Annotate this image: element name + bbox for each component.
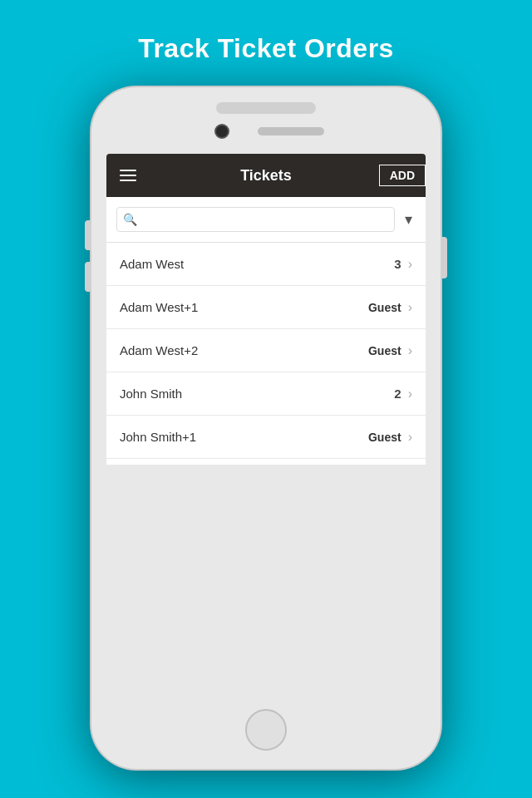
phone-device: Tickets ADD 🔍 ▾ Adam West3›Adam West+1Gu… — [91, 87, 441, 769]
ticket-chevron-icon: › — [408, 387, 412, 401]
page-title: Track Ticket Orders — [0, 0, 532, 64]
filter-chevron-icon[interactable]: ▾ — [401, 207, 416, 232]
ticket-item[interactable]: Adam West+2Guest› — [106, 329, 426, 372]
ticket-chevron-icon: › — [408, 430, 412, 445]
search-icon: 🔍 — [123, 213, 137, 226]
ticket-chevron-icon: › — [408, 343, 412, 358]
phone-camera — [214, 124, 229, 139]
search-input[interactable] — [116, 207, 395, 232]
phone-speaker — [258, 127, 324, 135]
ticket-name: Adam West+1 — [120, 300, 368, 314]
volume-down-button — [85, 262, 91, 292]
ticket-item[interactable]: Adam West+1Guest› — [106, 286, 426, 329]
home-button[interactable] — [245, 709, 287, 751]
phone-top-bar — [216, 102, 316, 114]
power-button — [441, 237, 447, 278]
ticket-chevron-icon: › — [408, 300, 412, 315]
menu-icon[interactable] — [106, 170, 150, 181]
ticket-list: Adam West3›Adam West+1Guest›Adam West+2G… — [106, 243, 426, 465]
ticket-item[interactable]: John Smith+1Guest› — [106, 416, 426, 459]
ticket-name: Adam West+2 — [120, 343, 368, 357]
search-input-wrapper: 🔍 — [116, 207, 395, 232]
ticket-item[interactable]: John Smith2› — [106, 372, 426, 416]
app-container: Tickets ADD 🔍 ▾ Adam West3›Adam West+1Gu… — [106, 154, 426, 686]
ticket-name: John Smith+1 — [120, 430, 368, 444]
ticket-name: Adam West — [120, 257, 394, 271]
ticket-name: John Smith — [120, 387, 394, 401]
ticket-chevron-icon: › — [408, 257, 412, 272]
ticket-badge: 2 — [394, 387, 401, 401]
phone-screen: Tickets ADD 🔍 ▾ Adam West3›Adam West+1Gu… — [106, 154, 426, 686]
nav-bar: Tickets ADD — [106, 154, 426, 197]
add-button[interactable]: ADD — [379, 165, 426, 186]
volume-up-button — [85, 220, 91, 250]
ticket-badge: Guest — [368, 301, 401, 314]
phone-shell: Tickets ADD 🔍 ▾ Adam West3›Adam West+1Gu… — [91, 87, 441, 769]
ticket-badge: 3 — [394, 257, 401, 271]
empty-area — [106, 465, 426, 687]
search-area: 🔍 ▾ — [106, 197, 426, 243]
ticket-badge: Guest — [368, 431, 401, 444]
ticket-item[interactable]: Adam West3› — [106, 243, 426, 286]
nav-title: Tickets — [240, 167, 292, 185]
ticket-badge: Guest — [368, 344, 401, 357]
